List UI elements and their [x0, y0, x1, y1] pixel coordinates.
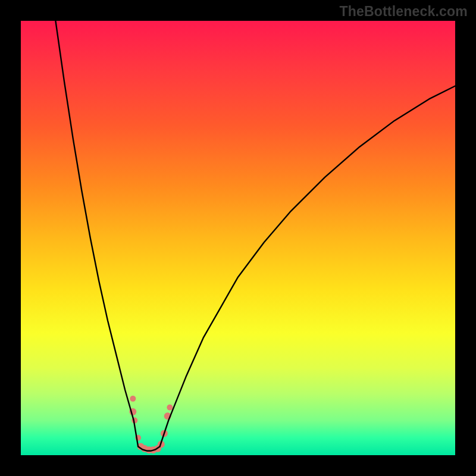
- marker-point: [130, 396, 136, 402]
- right-curve: [160, 86, 455, 447]
- markers-group: [129, 396, 173, 453]
- marker-point: [167, 405, 173, 411]
- watermark-text: TheBottleneck.com: [339, 4, 468, 20]
- plot-area: [21, 21, 455, 455]
- chart-svg: [21, 21, 455, 455]
- chart-frame: TheBottleneck.com: [0, 0, 476, 476]
- left-curve: [55, 21, 138, 446]
